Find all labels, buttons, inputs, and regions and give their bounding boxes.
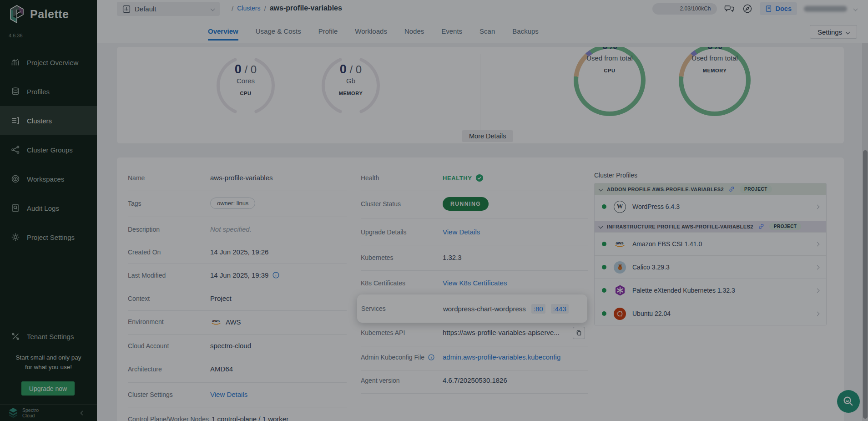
scrollbar-track[interactable] [862, 43, 868, 421]
pxk-logo-icon [614, 284, 626, 297]
sidebar-item-profiles[interactable]: Profiles [0, 77, 97, 106]
tab-workloads[interactable]: Workloads [355, 27, 387, 41]
service-port-443-link[interactable]: :443 [551, 304, 569, 314]
description-value: Not specified. [210, 225, 252, 233]
chat-button[interactable] [724, 3, 735, 14]
support-widget-button[interactable] [837, 390, 860, 413]
sidebar-collapse-icon[interactable] [81, 411, 85, 415]
tab-scan[interactable]: Scan [479, 27, 495, 41]
cluster-settings-link[interactable]: View Details [210, 391, 247, 398]
services-value: wordpress-chart-wordpress [443, 305, 526, 313]
user-menu-blurred[interactable] [804, 6, 847, 12]
tab-backups[interactable]: Backups [512, 27, 539, 41]
svg-text:aws: aws [616, 241, 624, 245]
sidebar-item-project-settings[interactable]: Project Settings [0, 223, 97, 252]
sidebar-item-tenant-settings[interactable]: Tenant Settings [0, 322, 97, 351]
upgrade-details-link[interactable]: View Details [443, 228, 480, 236]
chevron-right-icon [815, 265, 820, 269]
profile-layer-ebs-csi[interactable]: aws Amazon EBS CSI 1.41.0 [595, 232, 826, 255]
brand-line-2: Cloud [22, 413, 77, 418]
divider [128, 191, 347, 191]
copy-api-url-button[interactable] [573, 327, 585, 339]
description-label: Description [128, 226, 210, 233]
upgrade-now-button[interactable]: Upgrade now [21, 381, 75, 396]
explore-button[interactable] [742, 3, 753, 14]
status-dot [602, 265, 606, 269]
profile-layer-ubuntu[interactable]: Ubuntu 22.04 [595, 302, 826, 325]
memory-total: / 0 [350, 63, 362, 76]
stats-card: 0 / 0 Cores CPU 0 / 0 Gb MEMORY 0% Used … [117, 47, 844, 143]
app-logo: Palette [8, 5, 69, 24]
kubeconfig-download-link[interactable]: admin.aws-profile-variables.kubeconfig [443, 353, 560, 361]
nodes-value: 1 control-plane / 1 worker [212, 415, 288, 421]
cloud-account-label: Cloud Account [128, 342, 210, 350]
agent-version-value: 4.6.7/20250530.1826 [443, 376, 507, 384]
profile-layer-wordpress[interactable]: W WordPress 6.4.3 [595, 195, 826, 218]
agent-version-row: Agent version 4.6.7/20250530.1826 [361, 376, 507, 384]
infrastructure-profile-header[interactable]: INFRASTRUCTURE PROFILE AWS-PROFILE-VARIA… [595, 221, 826, 232]
cpu-usage-caption: Used from total [574, 54, 646, 62]
name-value: aws-profile-variables [210, 174, 273, 182]
docs-button[interactable]: Docs [760, 2, 797, 15]
copy-icon [575, 330, 582, 336]
sidebar-item-cluster-groups[interactable]: Cluster Groups [0, 135, 97, 164]
kubernetes-api-value: https://aws-profile-variables-apiserve..… [443, 329, 560, 336]
settings-dropdown-button[interactable]: Settings [810, 25, 857, 39]
infrastructure-profile-name: INFRASTRUCTURE PROFILE AWS-PROFILE-VARIA… [607, 224, 753, 229]
profile-layer-name: Amazon EBS CSI 1.41.0 [632, 240, 816, 248]
topbar: Default / Clusters / aws-profile-variabl… [97, 0, 868, 43]
profile-layer-pxk[interactable]: Palette eXtended Kubernetes 1.32.3 [595, 279, 826, 302]
more-details-button[interactable]: More Details [462, 130, 513, 142]
project-chart-icon [122, 5, 131, 13]
created-on-label: Created On [128, 249, 210, 256]
sidebar: Palette 4.6.36 Project Overview Profiles… [0, 0, 97, 421]
addon-profile-header[interactable]: ADDON PROFILE AWS-PROFILE-VARIABLES2 PRO… [595, 183, 826, 195]
promo-line-1: Start small and only pay [0, 353, 97, 362]
tab-nodes[interactable]: Nodes [404, 27, 424, 41]
project-selector[interactable]: Default [117, 2, 220, 16]
app-name: Palette [30, 8, 69, 21]
cpu-gauge: 0 / 0 Cores CPU [212, 51, 280, 120]
tab-profile[interactable]: Profile [318, 27, 338, 41]
scrollbar-thumb[interactable] [863, 150, 868, 419]
chevron-down-icon [846, 30, 850, 34]
breadcrumb-separator: / [264, 5, 266, 12]
kubernetes-value: 1.32.3 [443, 254, 462, 261]
breadcrumb-clusters-link[interactable]: Clusters [237, 5, 260, 12]
tab-usage-costs[interactable]: Usage & Costs [256, 27, 301, 41]
sidebar-item-label: Profiles [27, 88, 50, 96]
sidebar-item-workspaces[interactable]: Workspaces [0, 164, 97, 193]
upgrade-promo: Start small and only pay for what you us… [0, 353, 97, 372]
sidebar-item-audit-logs[interactable]: Audit Logs [0, 193, 97, 223]
profile-layer-calico[interactable]: Calico 3.29.3 [595, 255, 826, 279]
status-dot [602, 311, 606, 316]
info-icon[interactable] [272, 271, 280, 279]
brand-line-1: Spectro [22, 407, 77, 413]
memory-usage-label: MEMORY [679, 68, 751, 73]
divider [128, 217, 347, 217]
sidebar-item-project-overview[interactable]: Project Overview [0, 48, 97, 77]
context-label: Context [128, 295, 210, 302]
sidebar-item-clusters[interactable]: Clusters [0, 106, 97, 135]
divider [128, 241, 347, 241]
breadcrumb-current: aws-profile-variables [270, 4, 342, 12]
memory-usage-caption: Used from total [679, 54, 751, 62]
tab-overview[interactable]: Overview [208, 27, 238, 41]
kubernetes-api-label: Kubernetes API [361, 329, 443, 336]
breadcrumb: / Clusters / aws-profile-variables [232, 4, 342, 12]
cluster-profiles-panel: ADDON PROFILE AWS-PROFILE-VARIABLES2 PRO… [594, 183, 827, 325]
book-icon [765, 5, 772, 12]
sidebar-item-label: Tenant Settings [27, 333, 74, 340]
user-chevron-down-icon[interactable] [853, 6, 858, 11]
breadcrumb-separator: / [232, 5, 233, 12]
info-icon[interactable] [428, 354, 435, 361]
divider [361, 393, 588, 394]
stats-divider [480, 54, 480, 136]
divider [128, 334, 347, 335]
memory-used: 0 [340, 62, 347, 76]
service-port-80-link[interactable]: :80 [531, 304, 545, 314]
k8s-certificates-link[interactable]: View K8s Certificates [443, 279, 507, 287]
tab-events[interactable]: Events [441, 27, 462, 41]
promo-line-2: for what you use! [0, 362, 97, 372]
profile-layer-name: Calico 3.29.3 [632, 264, 816, 271]
